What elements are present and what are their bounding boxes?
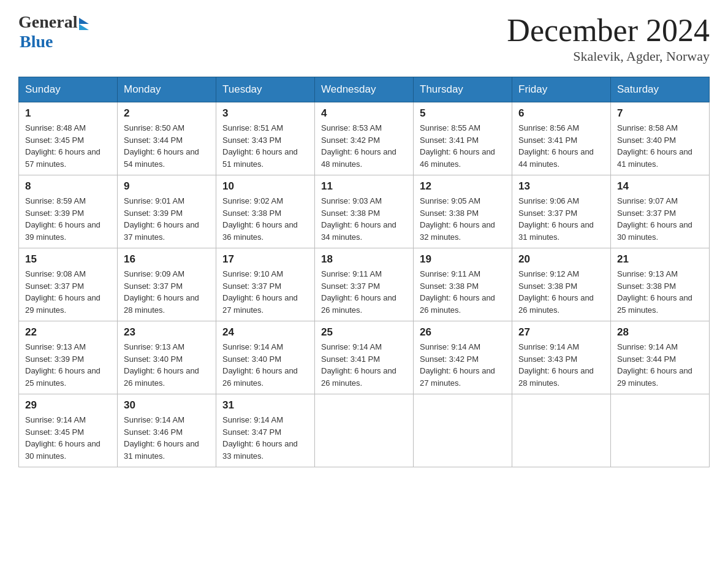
calendar-cell: 12Sunrise: 9:05 AM Sunset: 3:38 PM Dayli… bbox=[414, 175, 512, 248]
day-info: Sunrise: 9:11 AM Sunset: 3:38 PM Dayligh… bbox=[420, 268, 506, 316]
day-info: Sunrise: 8:59 AM Sunset: 3:39 PM Dayligh… bbox=[25, 195, 111, 243]
day-number: 26 bbox=[420, 326, 506, 339]
logo: General Blue bbox=[18, 12, 89, 52]
day-info: Sunrise: 8:56 AM Sunset: 3:41 PM Dayligh… bbox=[518, 122, 604, 170]
month-title: December 2024 bbox=[507, 12, 710, 48]
day-info: Sunrise: 8:55 AM Sunset: 3:41 PM Dayligh… bbox=[420, 122, 506, 170]
day-info: Sunrise: 9:14 AM Sunset: 3:41 PM Dayligh… bbox=[321, 341, 407, 389]
day-info: Sunrise: 9:06 AM Sunset: 3:37 PM Dayligh… bbox=[518, 195, 604, 243]
calendar-cell: 1Sunrise: 8:48 AM Sunset: 3:45 PM Daylig… bbox=[19, 102, 118, 175]
weekday-header-tuesday: Tuesday bbox=[216, 77, 315, 102]
calendar-cell: 6Sunrise: 8:56 AM Sunset: 3:41 PM Daylig… bbox=[512, 102, 611, 175]
calendar-cell: 7Sunrise: 8:58 AM Sunset: 3:40 PM Daylig… bbox=[611, 102, 710, 175]
weekday-header-wednesday: Wednesday bbox=[315, 77, 414, 102]
day-info: Sunrise: 9:13 AM Sunset: 3:38 PM Dayligh… bbox=[617, 268, 703, 316]
day-info: Sunrise: 9:11 AM Sunset: 3:37 PM Dayligh… bbox=[321, 268, 407, 316]
day-info: Sunrise: 9:14 AM Sunset: 3:44 PM Dayligh… bbox=[617, 341, 703, 389]
day-number: 8 bbox=[25, 180, 111, 193]
day-info: Sunrise: 9:14 AM Sunset: 3:42 PM Dayligh… bbox=[420, 341, 506, 389]
day-number: 1 bbox=[25, 107, 111, 120]
calendar-cell: 29Sunrise: 9:14 AM Sunset: 3:45 PM Dayli… bbox=[19, 394, 118, 467]
day-number: 30 bbox=[124, 399, 210, 412]
day-number: 3 bbox=[222, 107, 308, 120]
day-info: Sunrise: 9:02 AM Sunset: 3:38 PM Dayligh… bbox=[222, 195, 308, 243]
calendar-cell: 8Sunrise: 8:59 AM Sunset: 3:39 PM Daylig… bbox=[19, 175, 118, 248]
day-number: 21 bbox=[617, 253, 703, 266]
day-number: 7 bbox=[617, 107, 703, 120]
day-number: 18 bbox=[321, 253, 407, 266]
calendar-cell: 13Sunrise: 9:06 AM Sunset: 3:37 PM Dayli… bbox=[512, 175, 611, 248]
calendar-cell bbox=[414, 394, 512, 467]
day-number: 4 bbox=[321, 107, 407, 120]
weekday-header-monday: Monday bbox=[118, 77, 216, 102]
calendar-cell: 22Sunrise: 9:13 AM Sunset: 3:39 PM Dayli… bbox=[19, 321, 118, 394]
day-number: 31 bbox=[222, 399, 308, 412]
day-info: Sunrise: 9:14 AM Sunset: 3:43 PM Dayligh… bbox=[518, 341, 604, 389]
title-section: December 2024 Skalevik, Agder, Norway bbox=[507, 12, 710, 64]
day-info: Sunrise: 9:10 AM Sunset: 3:37 PM Dayligh… bbox=[222, 268, 308, 316]
day-number: 11 bbox=[321, 180, 407, 193]
calendar-cell: 2Sunrise: 8:50 AM Sunset: 3:44 PM Daylig… bbox=[118, 102, 216, 175]
location-subtitle: Skalevik, Agder, Norway bbox=[507, 48, 710, 64]
day-number: 9 bbox=[124, 180, 210, 193]
day-number: 23 bbox=[124, 326, 210, 339]
day-info: Sunrise: 9:09 AM Sunset: 3:37 PM Dayligh… bbox=[124, 268, 210, 316]
day-number: 25 bbox=[321, 326, 407, 339]
day-number: 22 bbox=[25, 326, 111, 339]
week-row-5: 29Sunrise: 9:14 AM Sunset: 3:45 PM Dayli… bbox=[19, 394, 710, 467]
logo-general-text: General bbox=[18, 12, 77, 32]
calendar-cell: 27Sunrise: 9:14 AM Sunset: 3:43 PM Dayli… bbox=[512, 321, 611, 394]
calendar-table: SundayMondayTuesdayWednesdayThursdayFrid… bbox=[18, 77, 710, 467]
day-number: 14 bbox=[617, 180, 703, 193]
logo-triangle-top bbox=[79, 18, 89, 24]
logo-triangle-bottom bbox=[79, 24, 89, 30]
day-number: 12 bbox=[420, 180, 506, 193]
weekday-header-thursday: Thursday bbox=[414, 77, 512, 102]
week-row-4: 22Sunrise: 9:13 AM Sunset: 3:39 PM Dayli… bbox=[19, 321, 710, 394]
day-number: 24 bbox=[222, 326, 308, 339]
weekday-header-row: SundayMondayTuesdayWednesdayThursdayFrid… bbox=[19, 77, 710, 102]
calendar-cell: 24Sunrise: 9:14 AM Sunset: 3:40 PM Dayli… bbox=[216, 321, 315, 394]
day-info: Sunrise: 8:51 AM Sunset: 3:43 PM Dayligh… bbox=[222, 122, 308, 170]
calendar-cell: 3Sunrise: 8:51 AM Sunset: 3:43 PM Daylig… bbox=[216, 102, 315, 175]
week-row-1: 1Sunrise: 8:48 AM Sunset: 3:45 PM Daylig… bbox=[19, 102, 710, 175]
day-number: 2 bbox=[124, 107, 210, 120]
calendar-cell bbox=[512, 394, 611, 467]
day-number: 19 bbox=[420, 253, 506, 266]
weekday-header-friday: Friday bbox=[512, 77, 611, 102]
calendar-cell: 26Sunrise: 9:14 AM Sunset: 3:42 PM Dayli… bbox=[414, 321, 512, 394]
weekday-header-sunday: Sunday bbox=[19, 77, 118, 102]
calendar-cell: 20Sunrise: 9:12 AM Sunset: 3:38 PM Dayli… bbox=[512, 248, 611, 321]
calendar-cell: 15Sunrise: 9:08 AM Sunset: 3:37 PM Dayli… bbox=[19, 248, 118, 321]
day-info: Sunrise: 9:07 AM Sunset: 3:37 PM Dayligh… bbox=[617, 195, 703, 243]
calendar-cell: 11Sunrise: 9:03 AM Sunset: 3:38 PM Dayli… bbox=[315, 175, 414, 248]
calendar-cell: 16Sunrise: 9:09 AM Sunset: 3:37 PM Dayli… bbox=[118, 248, 216, 321]
day-number: 10 bbox=[222, 180, 308, 193]
calendar-cell: 30Sunrise: 9:14 AM Sunset: 3:46 PM Dayli… bbox=[118, 394, 216, 467]
day-info: Sunrise: 9:13 AM Sunset: 3:39 PM Dayligh… bbox=[25, 341, 111, 389]
day-number: 29 bbox=[25, 399, 111, 412]
calendar-cell: 21Sunrise: 9:13 AM Sunset: 3:38 PM Dayli… bbox=[611, 248, 710, 321]
day-info: Sunrise: 9:08 AM Sunset: 3:37 PM Dayligh… bbox=[25, 268, 111, 316]
calendar-cell: 10Sunrise: 9:02 AM Sunset: 3:38 PM Dayli… bbox=[216, 175, 315, 248]
day-number: 15 bbox=[25, 253, 111, 266]
calendar-cell: 31Sunrise: 9:14 AM Sunset: 3:47 PM Dayli… bbox=[216, 394, 315, 467]
day-number: 5 bbox=[420, 107, 506, 120]
day-info: Sunrise: 8:48 AM Sunset: 3:45 PM Dayligh… bbox=[25, 122, 111, 170]
calendar-cell: 17Sunrise: 9:10 AM Sunset: 3:37 PM Dayli… bbox=[216, 248, 315, 321]
page-header: General Blue December 2024 Skalevik, Agd… bbox=[18, 12, 710, 64]
day-number: 13 bbox=[518, 180, 604, 193]
day-info: Sunrise: 9:13 AM Sunset: 3:40 PM Dayligh… bbox=[124, 341, 210, 389]
logo-blue-text: Blue bbox=[20, 32, 89, 52]
day-number: 27 bbox=[518, 326, 604, 339]
calendar-cell: 19Sunrise: 9:11 AM Sunset: 3:38 PM Dayli… bbox=[414, 248, 512, 321]
week-row-3: 15Sunrise: 9:08 AM Sunset: 3:37 PM Dayli… bbox=[19, 248, 710, 321]
calendar-cell: 25Sunrise: 9:14 AM Sunset: 3:41 PM Dayli… bbox=[315, 321, 414, 394]
calendar-cell: 4Sunrise: 8:53 AM Sunset: 3:42 PM Daylig… bbox=[315, 102, 414, 175]
week-row-2: 8Sunrise: 8:59 AM Sunset: 3:39 PM Daylig… bbox=[19, 175, 710, 248]
day-info: Sunrise: 8:58 AM Sunset: 3:40 PM Dayligh… bbox=[617, 122, 703, 170]
day-info: Sunrise: 8:50 AM Sunset: 3:44 PM Dayligh… bbox=[124, 122, 210, 170]
day-info: Sunrise: 9:14 AM Sunset: 3:46 PM Dayligh… bbox=[124, 414, 210, 462]
calendar-cell: 23Sunrise: 9:13 AM Sunset: 3:40 PM Dayli… bbox=[118, 321, 216, 394]
day-number: 17 bbox=[222, 253, 308, 266]
